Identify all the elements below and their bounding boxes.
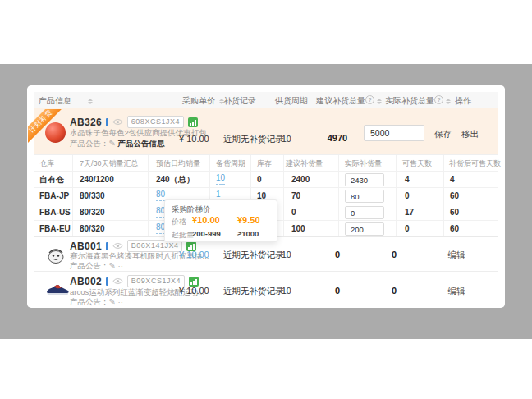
subcol-days-after: 补货后可售天数 [449,155,501,172]
suggested-qty: 2400 [291,172,310,188]
subtable-row-own-warehouse: 自有仓 240/1200 240（总） 10 0 2400 4 4 [34,172,498,188]
subtable-header: 仓库 7天/30天销量汇总 预估日均销量 备货周期 库存 建议补货量 实际补货量… [34,155,498,172]
actual-qty-input[interactable] [345,173,384,186]
sales-summary: 240/1200 [80,172,114,188]
days-after-replenish: 60 [450,204,459,221]
edit-button[interactable]: 编辑 [448,286,466,297]
notice-label: 产品公告： [70,297,109,306]
product-row-ab002: AB002 B09XCS1JX4 arcos运动系列红蓝渐变超轻炫酷运动... … [34,271,498,307]
tier-price-2: ¥9.50 [237,215,260,225]
purchase-price-link[interactable]: ¥ 10.00 [179,250,209,259]
price-label: 价格 [172,217,186,227]
subcol-warehouse: 仓库 [39,155,54,172]
suggested-qty: 70 [291,188,300,204]
supply-cycle: 10 [282,250,291,259]
suggested-qty: 100 [291,221,305,237]
sellable-days: 0 [405,221,410,237]
sales-chart-icon[interactable] [188,117,198,127]
ribbon-label: 计划补货 [28,109,62,144]
subcol-daily-sales: 预估日均销量 [156,155,200,172]
sales-summary: 80/330 [80,188,105,204]
daily-sales: 240（总） [156,172,195,188]
tiered-price-popup: 采购阶梯价 价格 ¥10.00 ¥9.50 起批量 200-999 ≥1000 [164,200,277,242]
warehouse-name: FBA-US [39,204,71,221]
actual-qty-input[interactable] [345,222,384,236]
subcol-suggested: 建议补货量 [286,155,323,172]
notice-label: 产品公告： [70,139,109,148]
sales-summary: 80/320 [80,221,105,237]
planned-replenish-ribbon: 计划补货 [28,109,62,144]
subcol-inventory: 库存 [257,155,272,172]
col-suggested-total: 建议补货总量 [316,93,365,109]
eye-icon[interactable] [112,118,123,126]
pencil-icon[interactable]: ✎ [109,261,116,270]
pencil-icon[interactable]: ✎ [109,139,116,148]
sort-icon[interactable] [446,96,451,107]
eye-icon[interactable] [112,277,123,285]
stock-cycle-link[interactable]: 10 [216,172,225,185]
sku-badge: B09XCS1JX4 [127,275,185,287]
supply-cycle: 10 [282,134,291,144]
notice-ellipsis: ·· [118,297,123,306]
edit-button[interactable]: 编辑 [448,250,466,261]
notice-ellipsis: ·· [118,261,123,270]
replenishment-panel: 产品信息 采购单价 补货记录 供货周期 建议补货总量 ? 实际补货总量 ? 操作… [27,85,505,308]
flag-icon [106,118,108,126]
warehouse-name: 自有仓 [39,172,64,188]
col-replenish-record: 补货记录 [223,93,256,109]
product-code: AB001 [70,241,102,252]
sellable-days: 4 [405,172,410,188]
sort-icon[interactable] [88,96,93,107]
suggested-total: 4970 [305,133,370,143]
col-supply-cycle: 供货周期 [275,93,308,109]
flag-icon [106,242,108,250]
actual-qty-input[interactable] [345,206,384,219]
replenish-record: 近期无补货记录 [223,134,284,145]
suggested-qty: 0 [291,204,296,221]
warehouse-name: FBA-JP [39,188,69,204]
pencil-icon[interactable]: ✎ [109,297,116,306]
col-actual-total: 实际补货总量 [385,93,434,109]
flag-icon [106,277,108,286]
actual-qty-input[interactable] [345,190,384,203]
tier-price-1: ¥10.00 [192,215,220,225]
warehouse-name: FBA-EU [39,221,71,237]
col-purchase-price: 采购单价 [182,93,215,109]
days-after-replenish: 60 [450,188,459,204]
sales-chart-icon[interactable] [189,277,199,287]
subcol-sellable-days: 可售天数 [402,155,432,172]
subcol-stock-cycle: 备货周期 [216,155,245,172]
moq-label: 起批量 [172,230,194,241]
sort-icon[interactable] [377,96,382,107]
help-icon[interactable]: ? [434,95,443,104]
sellable-days: 17 [405,204,414,221]
product-image-sneaker [45,282,70,300]
tier-moq-2: ≥1000 [237,229,259,238]
sellable-days: 0 [405,188,410,204]
days-after-replenish: 60 [450,221,459,237]
purchase-price: ¥ 10.00 [179,286,209,296]
product-notice: 产品公告：✎ 产品公告信息 [70,139,165,149]
actual-total: 0 [364,250,424,259]
actual-total-input[interactable] [364,125,424,141]
subcol-actual: 实际补货量 [345,155,382,172]
sales-summary: 80/320 [80,204,105,221]
product-notice: 产品公告：✎ ·· [70,297,123,308]
suggested-total: 0 [305,250,370,259]
inventory-value: 0 [257,172,262,188]
help-icon[interactable]: ? [365,95,374,104]
eye-icon[interactable] [112,242,123,250]
col-product-info: 产品信息 [39,93,71,109]
remove-button[interactable]: 移出 [461,129,479,140]
subcol-sales: 7天/30天销量汇总 [80,155,139,172]
replenish-record: 近期无补货记录 [223,286,284,297]
daily-sales-link[interactable]: 80 [156,188,165,201]
purchase-price: ¥ 10.00 [179,134,209,144]
sku-badge: 608XCS1JX4 [127,116,184,128]
save-button[interactable]: 保存 [434,129,452,140]
replenish-record: 近期无补货记录 [223,250,284,261]
notice-label: 产品公告： [70,261,109,270]
notice-text: 产品公告信息 [118,139,165,148]
actual-total: 0 [364,286,424,296]
popup-title: 采购阶梯价 [172,204,211,215]
